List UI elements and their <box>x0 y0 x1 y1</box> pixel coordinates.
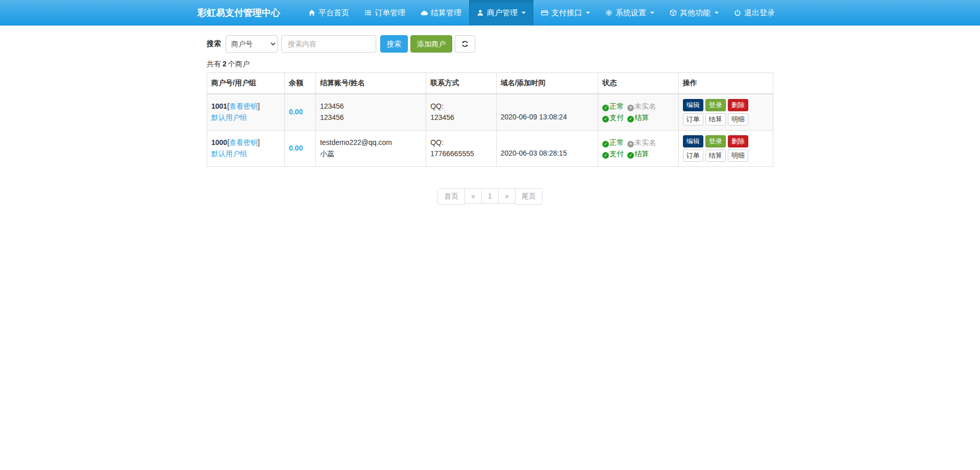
edit-button[interactable]: 编辑 <box>683 99 703 111</box>
user-group-link[interactable]: 默认用户组 <box>211 150 247 158</box>
delete-button[interactable]: 删除 <box>728 135 748 147</box>
check-circle-icon: ✓ <box>627 116 634 122</box>
chevron-down-icon <box>715 12 719 14</box>
summary-suffix: 个商户 <box>228 60 250 68</box>
search-button[interactable]: 搜索 <box>380 35 408 53</box>
search-field-select[interactable]: 商户号 <box>226 35 278 53</box>
nav-label: 系统设置 <box>616 0 646 26</box>
status-badge: ✕未实名 <box>627 102 656 110</box>
check-circle-icon: ✓ <box>602 141 609 147</box>
col-header-balance: 余额 <box>284 73 315 94</box>
settle-account: 123456 <box>320 101 422 112</box>
nav-item-merchant-management[interactable]: 商户管理 <box>469 0 533 26</box>
pagination-first[interactable]: 首页 <box>437 188 465 205</box>
check-circle-icon: ✓ <box>602 105 609 111</box>
nav-label: 结算管理 <box>431 0 461 26</box>
app-title: 彩虹易支付管理中心 <box>198 0 288 26</box>
nav-item-settlement-management[interactable]: 结算管理 <box>413 0 469 26</box>
bracket: ] <box>258 138 260 146</box>
balance-link[interactable]: 0.00 <box>289 108 303 116</box>
chevron-down-icon <box>650 12 654 14</box>
nav-item-payment-interface[interactable]: 支付接口 <box>533 0 598 26</box>
cube-icon <box>670 9 677 16</box>
added-time: 2020-06-03 08:28:15 <box>501 148 594 159</box>
orders-button[interactable]: 订单 <box>683 113 703 126</box>
pagination-page-1[interactable]: 1 <box>482 188 499 205</box>
view-key-link[interactable]: 查看密钥 <box>229 102 258 110</box>
settlement-button[interactable]: 结算 <box>705 113 726 126</box>
status-badge: ✓支付 <box>602 150 624 158</box>
nav-item-platform-home[interactable]: 平台首页 <box>301 0 357 26</box>
summary-prefix: 共有 <box>207 60 221 68</box>
power-icon <box>734 9 741 16</box>
status-badge: ✓结算 <box>627 113 649 121</box>
check-circle-icon: ✓ <box>627 152 634 159</box>
cloud-icon <box>421 9 428 16</box>
added-time: 2020-06-09 13:08:24 <box>501 112 594 123</box>
merchant-id: 1001 <box>211 102 227 110</box>
col-header-status: 状态 <box>598 73 678 94</box>
nav-label: 支付接口 <box>551 0 582 26</box>
status-badge: ✓结算 <box>627 150 649 158</box>
user-group-link[interactable]: 默认用户组 <box>211 113 247 121</box>
table-header-row: 商户号/用户组 余额 结算账号/姓名 联系方式 域名/添加时间 状态 操作 <box>207 73 773 94</box>
pagination-last[interactable]: 尾页 <box>516 188 543 205</box>
nav-item-logout[interactable]: 退出登录 <box>726 0 782 26</box>
search-bar: 搜索 商户号 搜索 添加商户 <box>207 35 773 53</box>
list-icon <box>364 9 372 16</box>
x-circle-icon: ✕ <box>627 141 634 147</box>
nav-label: 订单管理 <box>375 0 405 26</box>
x-circle-icon: ✕ <box>627 105 634 111</box>
nav-label: 退出登录 <box>744 0 775 26</box>
contact-type: QQ: <box>430 101 492 112</box>
edit-button[interactable]: 编辑 <box>683 135 703 147</box>
domain <box>501 137 594 148</box>
merchant-id: 1000 <box>211 138 227 146</box>
col-header-contact: 联系方式 <box>426 73 497 94</box>
contact-value: 17766665555 <box>430 149 492 160</box>
nav-label: 其他功能 <box>680 0 710 26</box>
status-badge: ✓支付 <box>602 113 624 121</box>
nav-label: 平台首页 <box>318 0 349 26</box>
search-input[interactable] <box>281 35 376 53</box>
table-row: 1000[查看密钥] 默认用户组 0.00 testdemo222@qq.com… <box>207 130 773 166</box>
orders-button[interactable]: 订单 <box>683 150 703 162</box>
login-button[interactable]: 登录 <box>705 99 726 111</box>
chevron-down-icon <box>522 12 526 14</box>
nav-item-other-functions[interactable]: 其他功能 <box>662 0 726 26</box>
settlement-button[interactable]: 结算 <box>705 150 726 162</box>
chevron-down-icon <box>586 12 590 14</box>
status-badge: ✓正常 <box>602 138 624 146</box>
details-button[interactable]: 明细 <box>728 113 748 126</box>
view-key-link[interactable]: 查看密钥 <box>229 138 258 146</box>
user-icon <box>477 9 484 16</box>
status-badge: ✓正常 <box>602 102 624 110</box>
nav-item-order-management[interactable]: 订单管理 <box>357 0 413 26</box>
col-header-domain-time: 域名/添加时间 <box>496 73 598 94</box>
nav-item-system-settings[interactable]: 系统设置 <box>598 0 662 26</box>
settle-name: 小蕊 <box>320 149 422 160</box>
delete-button[interactable]: 删除 <box>728 99 748 111</box>
settle-name: 123456 <box>320 112 422 123</box>
contact-value: 123456 <box>430 112 492 123</box>
pagination-prev[interactable]: « <box>465 188 482 205</box>
details-button[interactable]: 明细 <box>728 150 748 162</box>
check-circle-icon: ✓ <box>602 152 609 159</box>
refresh-button[interactable] <box>455 35 475 53</box>
col-header-merchant-id: 商户号/用户组 <box>207 73 285 94</box>
main-nav: 平台首页 订单管理 结算管理 <box>301 0 782 26</box>
table-row: 1001[查看密钥] 默认用户组 0.00 123456 123456 QQ: … <box>207 94 773 131</box>
refresh-icon <box>461 40 469 47</box>
merchant-table: 商户号/用户组 余额 结算账号/姓名 联系方式 域名/添加时间 状态 操作 10… <box>207 72 773 167</box>
add-merchant-button[interactable]: 添加商户 <box>410 35 452 53</box>
login-button[interactable]: 登录 <box>705 135 726 147</box>
bracket: ] <box>258 102 260 110</box>
home-icon <box>308 9 315 16</box>
col-header-actions: 操作 <box>678 73 773 94</box>
credit-card-icon <box>541 9 548 16</box>
domain <box>501 101 594 112</box>
col-header-account: 结算账号/姓名 <box>315 73 426 94</box>
settle-account: testdemo222@qq.com <box>320 137 422 149</box>
pagination-next[interactable]: » <box>499 188 516 205</box>
balance-link[interactable]: 0.00 <box>289 144 303 152</box>
